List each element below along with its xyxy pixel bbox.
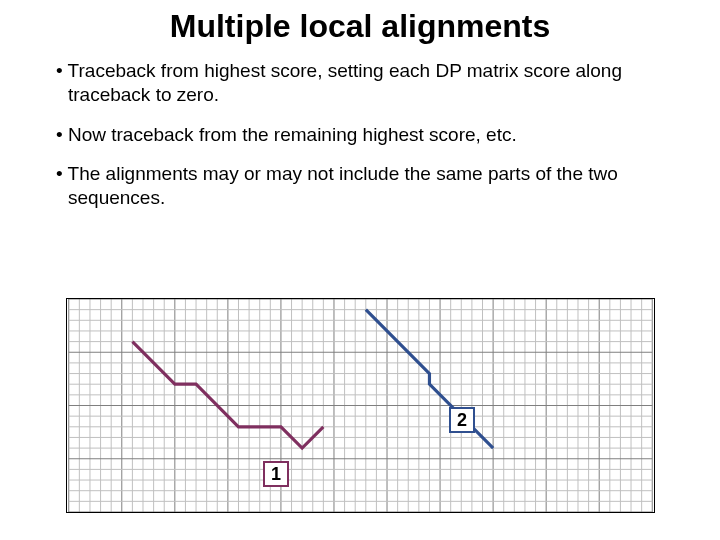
bullet-dot-icon: • [56, 60, 68, 81]
bullet-item: • Now traceback from the remaining highe… [56, 123, 664, 147]
bullet-text: Now traceback from the remaining highest… [68, 124, 517, 145]
alignment-label-2: 2 [449, 407, 475, 433]
alignment-grid: 1 2 [66, 298, 655, 513]
alignment-label-1: 1 [263, 461, 289, 487]
bullet-text: The alignments may or may not include th… [68, 163, 618, 208]
bullet-item: • Traceback from highest score, setting … [56, 59, 664, 107]
bullet-list: • Traceback from highest score, setting … [0, 59, 720, 210]
bullet-dot-icon: • [56, 163, 68, 184]
grid-svg [67, 299, 654, 512]
bullet-item: • The alignments may or may not include … [56, 162, 664, 210]
bullet-text: Traceback from highest score, setting ea… [68, 60, 622, 105]
slide-title: Multiple local alignments [0, 0, 720, 59]
bullet-dot-icon: • [56, 124, 68, 145]
